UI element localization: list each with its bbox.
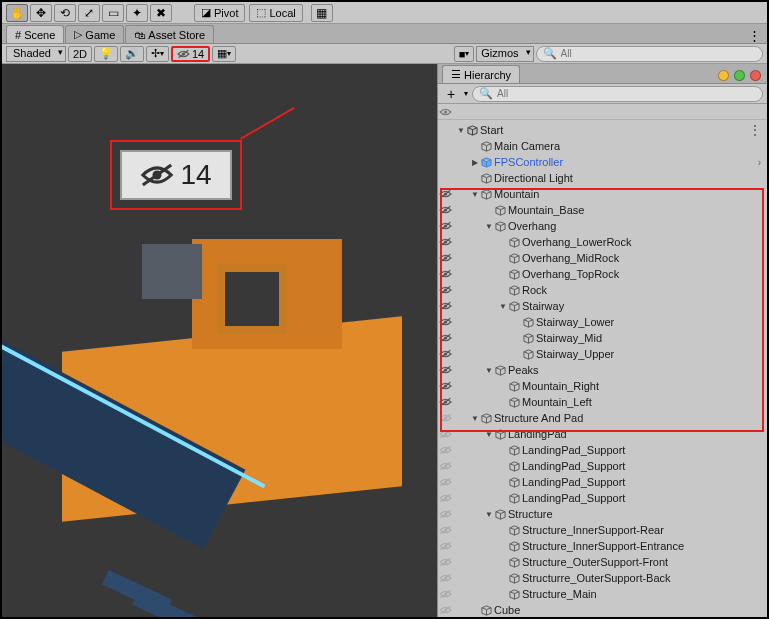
hierarchy-row[interactable]: Overhang_LowerRock [438,234,767,250]
hierarchy-row[interactable]: LandingPad_Support [438,490,767,506]
prefab-open-chevron-icon[interactable]: › [758,157,761,168]
hierarchy-row[interactable]: Structure_InnerSupport-Rear [438,522,767,538]
close-dot[interactable] [750,70,761,81]
visibility-toggle[interactable] [438,605,452,615]
transform-tool-button[interactable]: ✦ [126,4,148,22]
scene-search-field[interactable]: 🔍 [536,46,763,62]
foldout-toggle[interactable]: ▼ [456,126,466,135]
visibility-toggle[interactable] [438,589,452,599]
draw-mode-dropdown[interactable]: Shaded [6,46,66,62]
foldout-toggle[interactable]: ▶ [470,158,480,167]
visibility-toggle[interactable] [438,205,452,215]
hierarchy-row[interactable]: LandingPad_Support [438,474,767,490]
maximize-dot[interactable] [734,70,745,81]
hierarchy-row[interactable]: ▼Structure [438,506,767,522]
foldout-toggle[interactable]: ▼ [484,510,494,519]
hierarchy-row[interactable]: LandingPad_Support [438,442,767,458]
hierarchy-row[interactable]: LandingPad_Support [438,458,767,474]
foldout-toggle[interactable]: ▼ [470,190,480,199]
visibility-toggle[interactable] [438,333,452,343]
hierarchy-row[interactable]: Overhang_MidRock [438,250,767,266]
hand-tool-button[interactable]: ✋ [6,4,28,22]
visibility-toggle[interactable] [438,349,452,359]
visibility-toggle[interactable] [438,189,452,199]
audio-toggle[interactable]: 🔊 [120,46,144,62]
rect-tool-button[interactable]: ▭ [102,4,124,22]
move-tool-button[interactable]: ✥ [30,4,52,22]
hierarchy-row[interactable]: Cube [438,602,767,617]
foldout-toggle[interactable]: ▼ [498,302,508,311]
hierarchy-row[interactable]: Structurre_OuterSupport-Back [438,570,767,586]
hierarchy-row[interactable]: Mountain_Left [438,394,767,410]
grid-toggle[interactable]: ▦▾ [212,46,236,62]
snap-toggle-button[interactable]: ▦ [311,4,333,22]
hierarchy-row[interactable]: Mountain_Right [438,378,767,394]
hierarchy-row[interactable]: Structure_InnerSupport-Entrance [438,538,767,554]
visibility-toggle[interactable] [438,413,452,423]
lighting-toggle[interactable]: 💡 [94,46,118,62]
visibility-toggle[interactable] [438,557,452,567]
camera-settings-button[interactable]: ■▾ [454,46,475,62]
minimize-dot[interactable] [718,70,729,81]
hierarchy-row[interactable]: Directional Light [438,170,767,186]
scene-context-menu-button[interactable]: ⋮ [749,123,761,137]
hierarchy-row[interactable]: ▼Stairway [438,298,767,314]
visibility-toggle[interactable] [438,381,452,391]
hierarchy-search-field[interactable]: 🔍 [472,86,763,102]
local-toggle-button[interactable]: ⬚ Local [249,4,302,22]
hierarchy-row[interactable]: Overhang_TopRock [438,266,767,282]
visibility-toggle[interactable] [438,461,452,471]
visibility-column-header[interactable] [438,104,452,120]
scene-search-input[interactable] [561,48,756,59]
fx-toggle[interactable]: ✢▾ [146,46,169,62]
hierarchy-row[interactable]: Structure_Main [438,586,767,602]
foldout-toggle[interactable]: ▼ [484,366,494,375]
tab-asset-store[interactable]: 🛍 Asset Store [125,25,214,43]
hierarchy-row[interactable]: ▼Mountain [438,186,767,202]
hierarchy-row[interactable]: Main Camera [438,138,767,154]
visibility-toggle[interactable] [438,573,452,583]
visibility-toggle[interactable] [438,445,452,455]
visibility-toggle[interactable] [438,477,452,487]
visibility-toggle[interactable] [438,493,452,503]
visibility-toggle[interactable] [438,221,452,231]
hierarchy-row[interactable]: ▼Overhang [438,218,767,234]
visibility-toggle[interactable] [438,285,452,295]
visibility-toggle[interactable] [438,541,452,551]
visibility-toggle[interactable] [438,525,452,535]
create-button[interactable]: + [442,86,460,102]
gizmos-dropdown[interactable]: Gizmos [476,46,533,62]
tab-scene[interactable]: # Scene [6,25,64,43]
rotate-tool-button[interactable]: ⟲ [54,4,76,22]
hierarchy-row[interactable]: ▶FPSController› [438,154,767,170]
foldout-toggle[interactable]: ▼ [484,222,494,231]
pivot-toggle-button[interactable]: ◪ Pivot [194,4,245,22]
hierarchy-row[interactable]: ▼Start⋮ [438,122,767,138]
hierarchy-row[interactable]: Structure_OuterSupport-Front [438,554,767,570]
hierarchy-row[interactable]: Stairway_Lower [438,314,767,330]
hidden-objects-button[interactable]: 14 [171,46,210,62]
visibility-toggle[interactable] [438,365,452,375]
visibility-toggle[interactable] [438,237,452,247]
visibility-toggle[interactable] [438,397,452,407]
scale-tool-button[interactable]: ⤢ [78,4,100,22]
hierarchy-row[interactable]: ▼Structure And Pad [438,410,767,426]
foldout-toggle[interactable]: ▼ [484,430,494,439]
hierarchy-tree[interactable]: ▼Start⋮Main Camera▶FPSController›Directi… [438,120,767,617]
create-dropdown-arrow[interactable]: ▾ [464,89,468,98]
mode-2d-toggle[interactable]: 2D [68,46,92,62]
tab-game[interactable]: ▷ Game [65,25,124,43]
hierarchy-row[interactable]: ▼Peaks [438,362,767,378]
custom-tool-button[interactable]: ✖ [150,4,172,22]
foldout-toggle[interactable]: ▼ [470,414,480,423]
visibility-toggle[interactable] [438,317,452,327]
hierarchy-row[interactable]: ▼LandingPad [438,426,767,442]
hierarchy-search-input[interactable] [497,88,756,99]
hierarchy-row[interactable]: Mountain_Base [438,202,767,218]
tab-menu-button[interactable]: ⋮ [748,28,761,43]
visibility-toggle[interactable] [438,253,452,263]
hierarchy-row[interactable]: Stairway_Upper [438,346,767,362]
tab-hierarchy[interactable]: ☰ Hierarchy [442,65,520,83]
visibility-toggle[interactable] [438,509,452,519]
hierarchy-row[interactable]: Rock [438,282,767,298]
